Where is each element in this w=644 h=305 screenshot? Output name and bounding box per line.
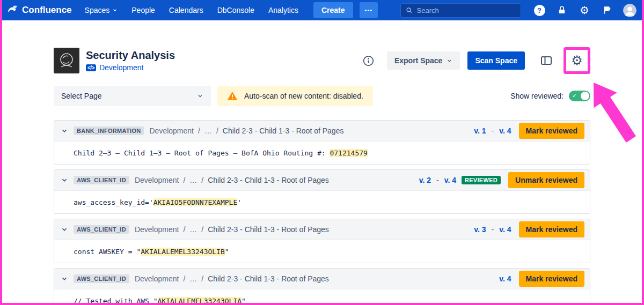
breadcrumb-ellipsis[interactable]: … xyxy=(189,274,197,283)
annotation-highlight-box: ⚙ xyxy=(564,47,590,74)
version-to-link[interactable]: v. 4 xyxy=(444,176,456,184)
findings-list: BANK_INFORMATION Development / … / Child… xyxy=(54,120,590,305)
version-separator: - xyxy=(436,176,439,184)
search-icon xyxy=(406,6,413,14)
breadcrumb-separator: / xyxy=(198,127,200,135)
nav-item-label: Spaces xyxy=(85,6,110,14)
nav-item-spaces[interactable]: Spaces xyxy=(85,6,118,14)
finding-type-badge: BANK_INFORMATION xyxy=(74,127,144,135)
collapse-chevron-icon[interactable] xyxy=(61,127,68,135)
scan-space-button[interactable]: Scan Space xyxy=(467,51,525,70)
export-space-button[interactable]: Export Space xyxy=(387,51,460,70)
secret-match: AKIAIO5FODNN7EXAMPLE xyxy=(153,198,238,206)
finding-type-badge: AWS_CLIENT_ID xyxy=(74,274,129,283)
version-from-link[interactable]: v. 1 xyxy=(474,127,486,135)
space-header: Security Analysis </> Development Export… xyxy=(54,45,590,76)
warning-text: Auto-scan of new content: disabled. xyxy=(244,92,363,100)
help-button[interactable]: ? xyxy=(533,4,546,17)
nav-item-label: People xyxy=(131,6,155,14)
gear-icon: ⚙ xyxy=(571,54,583,67)
breadcrumb-space-link[interactable]: Development xyxy=(135,274,179,283)
lock-button[interactable] xyxy=(555,4,568,17)
finding-snippet: const AWSKEY = "AKIALALEMEL33243OLIB" xyxy=(54,240,590,263)
breadcrumb-space-link[interactable]: Development xyxy=(135,225,179,234)
space-avatar[interactable] xyxy=(54,48,79,73)
code-icon: </> xyxy=(86,64,96,71)
breadcrumb-space-link[interactable]: Development xyxy=(135,176,179,184)
flag-button[interactable] xyxy=(601,4,613,17)
select-page-dropdown[interactable]: Select Page xyxy=(54,86,211,106)
collapse-chevron-icon[interactable] xyxy=(61,226,68,233)
nav-item-calendars[interactable]: Calendars xyxy=(169,6,203,14)
version-from-link[interactable]: v. 2 xyxy=(419,176,431,184)
top-nav: Confluence Spaces People Calendars DbCon… xyxy=(0,0,644,20)
version-to-link[interactable]: v. 4 xyxy=(499,225,511,234)
finding-card: AWS_CLIENT_ID Development / … / Child 2-… xyxy=(54,268,590,305)
export-space-label: Export Space xyxy=(394,56,442,65)
mark-reviewed-button[interactable]: Mark reviewed xyxy=(519,221,585,237)
breadcrumb-space-link[interactable]: Development xyxy=(149,127,194,135)
mark-reviewed-button[interactable]: Mark reviewed xyxy=(519,271,585,287)
breadcrumb-separator: / xyxy=(201,274,203,283)
breadcrumb-page-link[interactable]: Child 2-3 - Child 1-3 - Root of Pages xyxy=(223,127,344,135)
search-box[interactable] xyxy=(400,3,521,18)
help-icon: ? xyxy=(534,5,545,16)
user-avatar[interactable] xyxy=(623,4,636,17)
breadcrumb: Development / … / Child 2-3 - Child 1-3 … xyxy=(135,225,329,234)
space-settings-button[interactable]: ⚙ xyxy=(567,51,587,70)
secret-match: AKIALALEMEL33243OLIA xyxy=(158,297,242,305)
version-separator: - xyxy=(492,127,494,135)
nav-item-analytics[interactable]: Analytics xyxy=(268,6,298,14)
finding-header[interactable]: BANK_INFORMATION Development / … / Child… xyxy=(54,121,590,141)
version-to-link[interactable]: v. 4 xyxy=(499,127,511,135)
breadcrumb-page-link[interactable]: Child 2-3 - Child 1-3 - Root of Pages xyxy=(208,225,329,234)
show-reviewed-toggle[interactable]: ✓ xyxy=(569,91,590,101)
collapse-chevron-icon[interactable] xyxy=(61,176,68,184)
nav-item-label: DbConsole xyxy=(217,6,254,14)
finding-header[interactable]: AWS_CLIENT_ID Development / … / Child 2-… xyxy=(54,219,590,240)
unmark-reviewed-button[interactable]: Unmark reviewed xyxy=(508,172,584,188)
breadcrumb-page-link[interactable]: Child 2-3 - Child 1-3 - Root of Pages xyxy=(208,274,329,283)
chevron-down-icon xyxy=(197,93,203,99)
breadcrumb-ellipsis[interactable]: … xyxy=(189,176,197,184)
breadcrumb-ellipsis[interactable]: … xyxy=(189,225,197,234)
info-icon xyxy=(363,55,374,66)
finding-card: AWS_CLIENT_ID Development / … / Child 2-… xyxy=(54,169,590,214)
filter-row: Select Page Auto-scan of new content: di… xyxy=(54,86,590,106)
breadcrumb: Development / … / Child 2-3 - Child 1-3 … xyxy=(135,176,329,184)
search-input[interactable] xyxy=(417,6,516,14)
gear-icon: ⚙ xyxy=(580,5,589,16)
confluence-home-link[interactable]: Confluence xyxy=(8,4,72,17)
autoscan-warning-banner: Auto-scan of new content: disabled. xyxy=(217,86,373,106)
breadcrumb-ellipsis[interactable]: … xyxy=(204,127,212,135)
panel-toggle-button[interactable] xyxy=(537,51,556,70)
nav-more-button[interactable]: ••• xyxy=(360,2,378,18)
breadcrumb-page-link[interactable]: Child 2-3 - Child 1-3 - Root of Pages xyxy=(208,176,329,184)
nav-item-dbconsole[interactable]: DbConsole xyxy=(217,6,254,14)
breadcrumb-separator: / xyxy=(201,225,203,234)
finding-header[interactable]: AWS_CLIENT_ID Development / … / Child 2-… xyxy=(54,170,590,190)
nav-item-label: Analytics xyxy=(268,6,298,14)
avatar-icon xyxy=(623,4,636,17)
breadcrumb: Development / … / Child 2-3 - Child 1-3 … xyxy=(135,274,329,283)
collapse-chevron-icon[interactable] xyxy=(61,275,68,282)
info-button[interactable] xyxy=(363,55,374,66)
breadcrumb-separator: / xyxy=(216,127,218,135)
select-page-label: Select Page xyxy=(61,92,102,100)
create-button[interactable]: Create xyxy=(313,2,353,18)
settings-button[interactable]: ⚙ xyxy=(578,4,591,17)
nav-item-people[interactable]: People xyxy=(131,6,155,14)
space-link-development[interactable]: Development xyxy=(99,63,144,72)
breadcrumb-separator: / xyxy=(183,225,185,234)
main-content: Security Analysis </> Development Export… xyxy=(54,20,590,305)
panel-icon xyxy=(540,54,553,67)
finding-header[interactable]: AWS_CLIENT_ID Development / … / Child 2-… xyxy=(54,269,590,289)
code-text: // Tested with AWS " xyxy=(74,297,158,305)
finding-type-badge: AWS_CLIENT_ID xyxy=(74,225,129,234)
page-title: Security Analysis xyxy=(86,49,175,62)
secret-match: 071214579 xyxy=(330,149,367,157)
version-to-link[interactable]: v. 4 xyxy=(499,274,511,283)
version-from-link[interactable]: v. 3 xyxy=(474,225,486,234)
finding-card: BANK_INFORMATION Development / … / Child… xyxy=(54,120,590,165)
mark-reviewed-button[interactable]: Mark reviewed xyxy=(519,123,585,139)
